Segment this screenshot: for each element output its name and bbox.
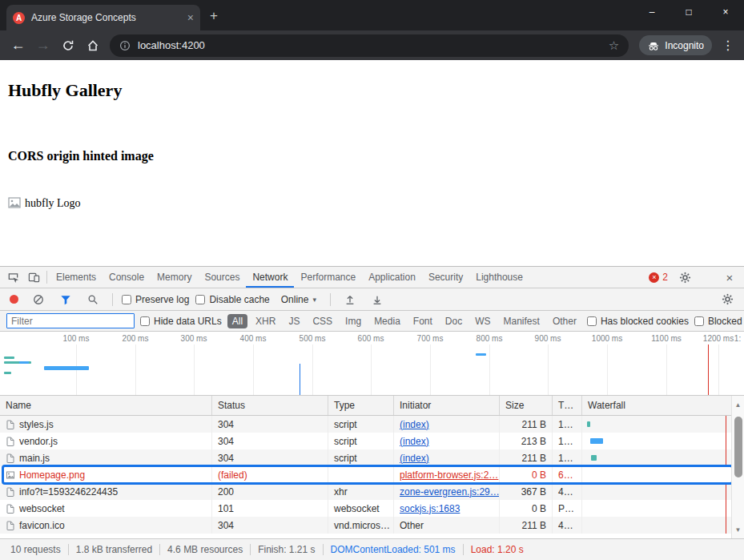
minimize-button[interactable]: – [633,0,670,24]
throttling-dropdown[interactable]: Online ▾ [276,294,321,305]
filter-toggle-button[interactable] [55,289,76,310]
has-blocked-cookies-checkbox[interactable]: Has blocked cookies [587,316,689,327]
disable-cache-checkbox[interactable]: Disable cache [195,294,269,305]
has-blocked-cookies-input[interactable] [587,316,597,326]
refresh-button[interactable] [56,34,79,57]
browser-tab[interactable]: A Azure Storage Concepts × [6,5,200,30]
tab-memory[interactable]: Memory [151,268,198,288]
filter-pill-all[interactable]: All [227,314,247,328]
close-button[interactable]: × [707,0,744,24]
inspect-element-button[interactable] [2,267,23,288]
request-waterfall-cell [582,449,744,466]
load-time: Load: 1.20 s [463,544,531,555]
network-request-row[interactable]: websocket101websocketsockjs.js:16830 BP… [0,500,744,517]
network-overview[interactable]: 100 ms200 ms300 ms400 ms500 ms600 ms700 … [0,332,744,396]
initiator-link[interactable]: (index) [400,419,429,430]
tab-sources[interactable]: Sources [198,268,246,288]
filter-pill-js[interactable]: JS [284,314,304,328]
devtools-settings-button[interactable] [674,267,695,288]
hide-data-urls-checkbox[interactable]: Hide data URLs [140,316,222,327]
scrollbar-thumb[interactable] [734,417,742,477]
initiator-link[interactable]: platform-browser.js:2… [400,469,498,481]
tab-lighthouse[interactable]: Lighthouse [469,268,529,288]
initiator-link[interactable]: (index) [400,453,429,464]
tab-security[interactable]: Security [422,268,469,288]
url-text[interactable]: localhost:4200 [138,39,601,51]
network-request-row[interactable]: vendor.js304script(index)213 B1… [0,433,744,449]
address-bar[interactable]: localhost:4200 ☆ [110,34,629,57]
filter-pill-font[interactable]: Font [408,314,437,328]
back-button[interactable]: ← [6,34,30,57]
preserve-log-checkbox[interactable]: Preserve log [122,294,189,305]
column-header-status[interactable]: Status [212,396,328,415]
tab-console[interactable]: Console [103,268,151,288]
network-filter-input[interactable] [6,313,135,328]
tab-application[interactable]: Application [362,268,422,288]
requests-count: 10 requests [3,544,68,555]
blocked-requests-checkbox[interactable]: Blocked Requests [694,316,744,327]
network-settings-button[interactable] [717,289,738,310]
home-button[interactable] [81,34,104,57]
column-header-initiator[interactable]: Initiator [394,396,500,415]
tab-elements[interactable]: Elements [50,268,103,288]
timeline-label: 900 ms [535,334,561,343]
column-header-t[interactable]: T… [553,396,582,415]
devtools-close-button[interactable]: × [719,267,740,288]
scroll-up-icon[interactable]: ▲ [732,399,744,410]
transferred-size: 1.8 kB transferred [68,544,159,555]
table-scrollbar[interactable]: ▲ ▼ [731,396,744,538]
tab-close-icon[interactable]: × [187,11,194,24]
disable-cache-input[interactable] [195,295,205,304]
filter-pill-manifest[interactable]: Manifest [499,314,545,328]
import-har-icon [344,294,356,305]
maximize-button[interactable]: □ [670,0,707,24]
scroll-down-icon[interactable]: ▼ [732,524,744,535]
hide-data-urls-input[interactable] [140,316,150,326]
filter-pill-css[interactable]: CSS [308,314,337,328]
tab-network[interactable]: Network [246,268,294,288]
forward-button[interactable]: → [31,34,54,57]
network-request-row[interactable]: favicon.ico304vnd.micros…Other211 B4… [0,517,744,534]
request-initiator-cell: (index) [394,416,500,433]
column-header-type[interactable]: Type [328,396,394,415]
filter-pill-xhr[interactable]: XHR [251,314,280,328]
column-header-size[interactable]: Size [500,396,553,415]
overview-request-bar [44,366,89,370]
request-time-cell: 6… [553,466,582,483]
filter-pill-ws[interactable]: WS [470,314,495,328]
initiator-link[interactable]: zone-evergreen.js:29… [400,486,500,498]
request-initiator-cell: sockjs.js:1683 [394,500,500,517]
site-info-icon[interactable] [119,40,131,51]
device-toolbar-button[interactable] [23,267,44,288]
record-button[interactable] [10,295,18,304]
preserve-log-input[interactable] [122,295,131,304]
initiator-link[interactable]: sockjs.js:1683 [400,503,460,514]
waterfall-bar [587,421,590,427]
tab-performance[interactable]: Performance [294,268,362,288]
browser-menu-button[interactable]: ⋮ [718,38,738,53]
divider [112,293,113,306]
blocked-requests-input[interactable] [694,316,704,326]
import-har-button[interactable] [340,289,360,310]
filter-pill-other[interactable]: Other [548,314,581,328]
timeline-gridline [666,344,667,395]
devtools-more-button[interactable] [697,267,718,288]
bookmark-star-icon[interactable]: ☆ [609,38,619,53]
initiator-link[interactable]: (index) [400,436,429,447]
filter-pill-img[interactable]: Img [340,314,366,328]
console-error-badge[interactable]: × 2 [644,272,673,283]
filter-pill-media[interactable]: Media [369,314,405,328]
new-tab-button[interactable]: + [210,8,218,24]
network-request-row[interactable]: Homepage.png(failed)platform-browser.js:… [0,466,744,483]
column-header-name[interactable]: Name [0,396,212,415]
network-request-row[interactable]: styles.js304script(index)211 B1… [0,416,744,433]
column-header-waterfall[interactable]: Waterfall [582,396,744,415]
export-har-button[interactable] [367,289,388,310]
network-request-row[interactable]: main.js304script(index)211 B1… [0,449,744,466]
filter-pill-doc[interactable]: Doc [440,314,467,328]
request-time-cell: 4… [553,483,582,500]
clear-button[interactable] [28,289,49,310]
network-search-button[interactable] [82,289,103,310]
timeline-gridline [135,344,136,395]
network-request-row[interactable]: info?t=1593246224435200xhrzone-evergreen… [0,483,744,500]
